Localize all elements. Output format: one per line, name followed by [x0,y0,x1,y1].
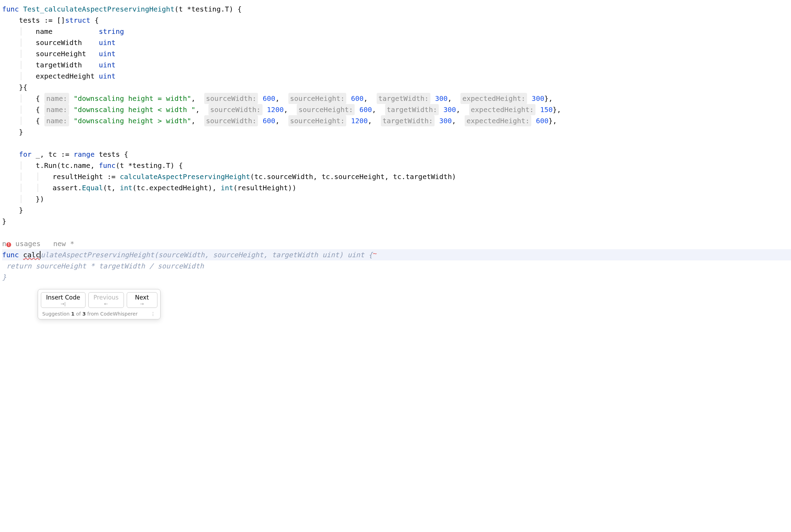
code-line: }{ [2,82,791,93]
code-line: for _, tc := range tests { [2,149,791,160]
insert-code-button[interactable]: Insert Code →| [41,292,86,303]
typed-text: calc [23,251,40,259]
shortcut-hint: ← [94,302,119,303]
code-line: │ { name: "downscaling height = width", … [2,93,791,104]
code-line: │ │ assert.Equal(t, int(tc.expectedHeigh… [2,182,791,193]
code-line: │ │ resultHeight := calculateAspectPrese… [2,171,791,182]
ghost-line: } [2,272,791,283]
blank-line [2,138,791,149]
code-line: } [2,126,791,138]
code-editor[interactable]: func Test_calculateAspectPreservingHeigh… [0,0,791,303]
shortcut-hint: →| [46,302,80,303]
code-line: │ sourceHeight uint [2,48,791,59]
code-line: │ expectedHeight uint [2,71,791,82]
shortcut-hint: → [132,302,152,303]
text-caret [40,251,40,259]
blank-line [2,227,791,238]
code-line: tests := []struct { [2,15,791,26]
error-badge-icon: ! [6,242,11,247]
code-line: │ { name: "downscaling height > width", … [2,115,791,126]
code-line: │ { name: "downscaling height < width ",… [2,104,791,115]
code-line: │ targetWidth uint [2,59,791,71]
code-line: } [2,216,791,227]
suggestion-toolbar: Insert Code →| Previous ← Next → Suggest… [38,289,161,303]
code-line: │ t.Run(tc.name, func(t *testing.T) { [2,160,791,171]
inlay-annotations: n! usages new * [2,238,791,249]
ghost-line: return sourceHeight * targetWidth / sour… [2,260,791,272]
previous-button[interactable]: Previous ← [88,292,124,303]
code-line: │ sourceWidth uint [2,37,791,48]
code-line: │ name string [2,26,791,37]
next-button[interactable]: Next → [127,292,157,303]
code-line: } [2,205,791,216]
ghost-suggestion: ulateAspectPreservingHeight(sourceWidth,… [40,251,372,259]
code-line: │ }) [2,193,791,205]
code-line-active: func calculateAspectPreservingHeight(sou… [2,249,791,260]
code-line: func Test_calculateAspectPreservingHeigh… [2,3,791,15]
